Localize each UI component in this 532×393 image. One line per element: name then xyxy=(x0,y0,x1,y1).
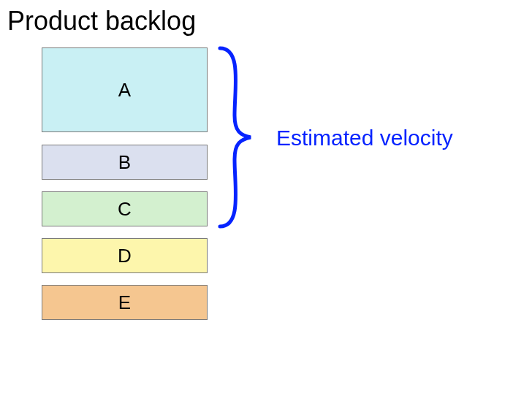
backlog-item-label: A xyxy=(118,79,131,102)
backlog-item-c: C xyxy=(42,191,208,226)
curly-brace-icon xyxy=(216,45,267,229)
backlog-item-label: E xyxy=(118,291,131,314)
velocity-annotation: Estimated velocity xyxy=(276,126,453,150)
diagram-stage: Product backlog A B C D E Estimated velo… xyxy=(0,0,532,393)
backlog-item-a: A xyxy=(42,47,208,132)
backlog-item-b: B xyxy=(42,145,208,180)
backlog-item-label: D xyxy=(118,245,132,267)
backlog-item-label: B xyxy=(118,151,131,174)
backlog-item-label: C xyxy=(118,198,132,221)
backlog-item-d: D xyxy=(42,238,208,273)
backlog-item-e: E xyxy=(42,285,208,320)
page-title: Product backlog xyxy=(7,6,196,37)
